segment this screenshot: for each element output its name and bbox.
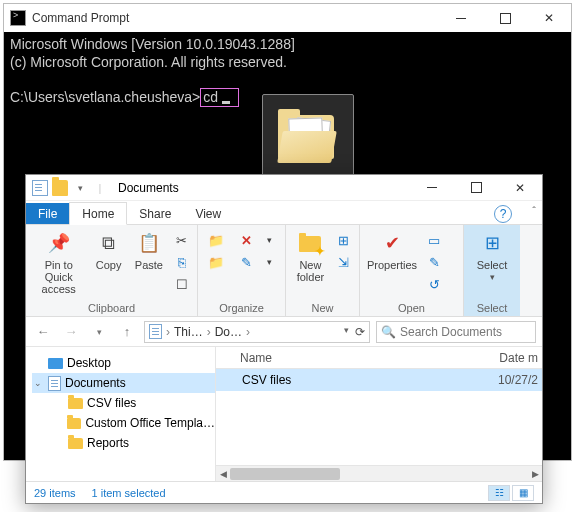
edit-icon[interactable]: ✎ [422, 253, 446, 271]
explorer-minimize-button[interactable] [410, 175, 454, 201]
explorer-maximize-button[interactable] [454, 175, 498, 201]
copy-button[interactable]: ⧉ Copy [89, 229, 127, 273]
search-icon: 🔍 [381, 325, 396, 339]
delete-icon[interactable]: ✕ [232, 231, 260, 249]
paste-shortcut-icon[interactable]: ☐ [170, 275, 193, 293]
command-prompt-title: Command Prompt [32, 11, 439, 25]
home-tab[interactable]: Home [69, 202, 127, 225]
cmd-input-highlight: cd [200, 88, 239, 107]
select-icon: ⊞ [478, 231, 506, 257]
tree-label: Reports [87, 436, 129, 450]
breadcrumb-item[interactable]: Do… [215, 325, 242, 339]
scroll-right-icon[interactable]: ▶ [528, 466, 542, 482]
back-button[interactable]: ← [32, 321, 54, 343]
drag-folder-ghost: a, [262, 94, 354, 179]
horizontal-scrollbar[interactable]: ◀ ▶ [216, 465, 542, 481]
properties-button[interactable]: ✔ Properties [364, 229, 420, 273]
expand-icon[interactable]: ⌄ [32, 378, 44, 388]
list-item[interactable]: CSV files 10/27/2 [216, 369, 542, 391]
organize-dropdowns: ▾ ▾ [262, 229, 276, 271]
minimize-button[interactable] [439, 4, 483, 32]
new-item-icon[interactable]: ⊞ [333, 231, 355, 249]
rename-icon[interactable]: ✎ [232, 253, 260, 271]
new-folder-button[interactable]: ✦ New folder [290, 229, 331, 285]
paste-button[interactable]: 📋 Paste [130, 229, 168, 273]
address-icon [149, 324, 162, 339]
organize-group: 📁 📁 ✕ ✎ ▾ ▾ Organize [198, 225, 286, 316]
clipboard-group: 📌 Pin to Quick access ⧉ Copy 📋 Paste ✂ ⎘… [26, 225, 198, 316]
copy-to-icon[interactable]: 📁 [202, 253, 230, 271]
column-date[interactable]: Date m [482, 351, 542, 365]
tree-item-documents[interactable]: ⌄ Documents [32, 373, 215, 393]
folder-qa-icon[interactable] [52, 180, 68, 196]
new-group-label: New [290, 300, 355, 314]
tree-item-reports[interactable]: Reports [32, 433, 215, 453]
scroll-left-icon[interactable]: ◀ [216, 466, 230, 482]
tree-item-csv[interactable]: CSV files [32, 393, 215, 413]
folder-icon [68, 398, 83, 409]
chevron-down-icon: ▾ [490, 273, 495, 283]
cmd-prompt: C:\Users\svetlana.cheusheva> [10, 89, 200, 105]
select-button[interactable]: ⊞ Select ▾ [468, 229, 516, 285]
details-view-button[interactable]: ☷ [488, 485, 510, 501]
explorer-close-button[interactable] [498, 175, 542, 201]
doc-qa-icon[interactable] [32, 180, 48, 196]
explorer-titlebar[interactable]: ▾ | Documents [26, 175, 542, 201]
command-prompt-titlebar[interactable]: Command Prompt [4, 4, 571, 32]
maximize-button[interactable] [483, 4, 527, 32]
documents-icon [48, 376, 61, 391]
move-copy-col: 📁 📁 [202, 229, 230, 271]
breadcrumb-sep[interactable]: › [246, 325, 250, 339]
folder-icon: a, [277, 111, 339, 163]
dropdown-icon[interactable]: ▾ [262, 231, 276, 249]
forward-button[interactable]: → [60, 321, 82, 343]
quick-access-toolbar: ▾ | [26, 180, 114, 196]
select-label: Select [477, 259, 508, 271]
history-icon[interactable]: ↺ [422, 275, 446, 293]
selected-count: 1 item selected [92, 487, 166, 499]
move-to-icon[interactable]: 📁 [202, 231, 230, 249]
icons-view-button[interactable]: ▦ [512, 485, 534, 501]
scrollbar-thumb[interactable] [230, 468, 340, 480]
address-dropdown-icon[interactable]: ▾ [344, 325, 349, 339]
column-name[interactable]: Name [216, 351, 482, 365]
close-button[interactable] [527, 4, 571, 32]
new-extras: ⊞ ⇲ [333, 229, 355, 271]
file-tab[interactable]: File [26, 203, 69, 224]
easy-access-icon[interactable]: ⇲ [333, 253, 355, 271]
tree-item-templates[interactable]: Custom Office Templa… [32, 413, 215, 433]
list-header[interactable]: Name Date m [216, 347, 542, 369]
share-tab[interactable]: Share [127, 203, 183, 224]
clipboard-extras: ✂ ⎘ ☐ [170, 229, 193, 293]
address-bar[interactable]: › Thi… › Do… › ▾ ⟳ [144, 321, 370, 343]
file-list: Name Date m CSV files 10/27/2 ◀ ▶ [216, 347, 542, 481]
pin-to-quick-access-button[interactable]: 📌 Pin to Quick access [30, 229, 87, 297]
open-extras: ▭ ✎ ↺ [422, 229, 446, 293]
open-icon[interactable]: ▭ [422, 231, 446, 249]
copy-path-icon[interactable]: ⎘ [170, 253, 193, 271]
file-date: 10/27/2 [482, 373, 542, 387]
desktop-icon [48, 358, 63, 369]
view-tab[interactable]: View [183, 203, 233, 224]
new-folder-icon: ✦ [296, 231, 324, 257]
recent-locations-button[interactable]: ▾ [88, 321, 110, 343]
collapse-ribbon-icon[interactable]: ˆ [532, 205, 536, 217]
qa-dropdown-icon[interactable]: ▾ [72, 180, 88, 196]
clipboard-group-label: Clipboard [30, 300, 193, 314]
breadcrumb-item[interactable]: Thi… [174, 325, 203, 339]
breadcrumb-sep[interactable]: › [166, 325, 170, 339]
cut-icon[interactable]: ✂ [170, 231, 193, 249]
help-button[interactable]: ? [494, 205, 512, 223]
breadcrumb-sep[interactable]: › [207, 325, 211, 339]
refresh-icon[interactable]: ⟳ [355, 325, 365, 339]
qa-divider: | [92, 180, 108, 196]
cmd-typed: cd [203, 89, 222, 105]
up-button[interactable]: ↑ [116, 321, 138, 343]
tree-item-desktop[interactable]: Desktop [32, 353, 215, 373]
paste-label: Paste [135, 259, 163, 271]
text-cursor [222, 101, 230, 104]
navigation-pane[interactable]: Desktop ⌄ Documents CSV files Custom Off… [26, 347, 216, 481]
select-group: ⊞ Select ▾ Select [464, 225, 520, 316]
search-input[interactable]: 🔍 Search Documents [376, 321, 536, 343]
dropdown-icon[interactable]: ▾ [262, 253, 276, 271]
